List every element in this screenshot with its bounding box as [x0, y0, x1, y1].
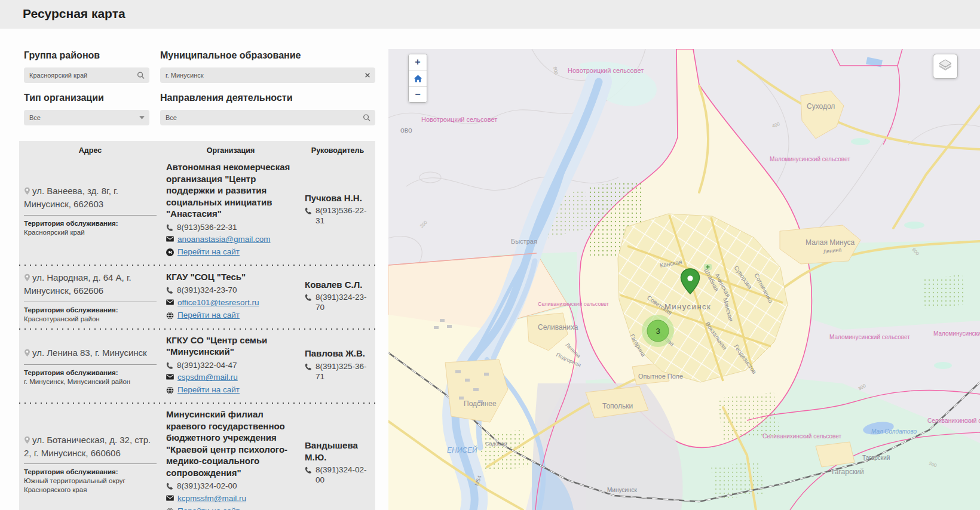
phone-icon	[166, 287, 173, 294]
municipality-value: г. Минусинск	[166, 72, 204, 79]
phone-icon	[305, 363, 312, 370]
email-icon	[166, 299, 174, 305]
table-row: ул. Ванеева, зд. 8г, г. Минусинск, 66260…	[19, 157, 375, 264]
org-phone: 8(391)324-23-70	[177, 285, 237, 296]
territory-label: Территория обслуживания:	[24, 306, 157, 315]
filters: Группа районов Красноярский край Муницип…	[24, 47, 375, 131]
site-link[interactable]: Перейти на сайт	[177, 385, 240, 395]
site-link[interactable]: Перейти на сайт	[177, 311, 240, 321]
organization-name: КГКУ СО "Центр семьи "Минусинский"	[166, 334, 295, 358]
territory-value: Краснотуранский район	[24, 315, 157, 324]
email-link[interactable]: kcpmssfm@mail.ru	[177, 494, 246, 504]
map-label: ЕНИСЕЙ	[447, 445, 477, 454]
table-header-row: Адрес Организация Руководитель	[19, 141, 375, 157]
head-name: Павлова Ж.В.	[305, 348, 370, 360]
zoom-out-button[interactable]: −	[409, 87, 427, 102]
map-label: Суходол	[807, 102, 835, 110]
address-cell: ул. Ленина 83, г. Минусинск Территория о…	[19, 330, 161, 403]
head-phone: 8(391)324-02-00	[316, 465, 370, 486]
column-header-organization: Организация	[161, 141, 300, 157]
map-pin-icon	[24, 186, 30, 198]
table-row: ул. Ботаническая, д. 32, стр. 2, г. Мину…	[19, 404, 375, 510]
map-pin-icon	[24, 348, 30, 360]
map-label: ово	[400, 126, 412, 134]
site-link[interactable]: Перейти на сайт	[177, 506, 240, 510]
map-label: Подсинее	[464, 400, 497, 408]
map-label: Селиванихинский сельсовет	[927, 417, 980, 424]
map[interactable]: Новотроицкий сельсоветНовотроицкий сельс…	[388, 49, 980, 510]
address-cell: ул. Народная, д. 64 А, г. Минусинск, 662…	[19, 266, 161, 327]
map-label: Опытное Поле	[638, 373, 683, 380]
cluster-count: 3	[656, 327, 660, 336]
layers-icon	[938, 59, 953, 74]
org-phone: 8(391)324-02-00	[177, 481, 237, 491]
globe-icon	[166, 508, 174, 510]
globe-icon	[166, 312, 174, 319]
territory-label: Территория обслуживания:	[24, 468, 157, 477]
organization-name: Минусинский филиал краевого государствен…	[166, 408, 295, 478]
home-icon	[414, 74, 422, 83]
app-header: Ресурсная карта	[0, 0, 980, 29]
email-icon	[166, 495, 174, 501]
head-name: Пучкова Н.Н.	[305, 192, 370, 204]
clear-icon[interactable]	[365, 72, 370, 78]
map-label: Садовая	[485, 441, 507, 447]
organization-name: КГАУ "СОЦ "Тесь"	[166, 271, 295, 283]
org-type-select[interactable]: Все	[24, 110, 149, 125]
map-label: Селиванихинский сельсовет	[538, 301, 609, 307]
organizations-table: Адрес Организация Руководитель ул. Ванее…	[19, 141, 375, 510]
head-cell: Вандышева М.Ю. 8(391)324-02-00	[300, 404, 375, 510]
map-label: Быстрая	[511, 238, 537, 245]
group-districts-input[interactable]: Красноярский край	[24, 67, 149, 83]
email-icon	[166, 236, 174, 242]
address-text: ул. Ботаническая, д. 32, стр. 2, г. Мину…	[24, 435, 151, 458]
map-label: Селиваниха	[538, 323, 578, 331]
search-icon[interactable]	[137, 72, 145, 79]
map-label: Селиванихинский сельсовет	[762, 433, 842, 440]
map-zoom-control: + −	[408, 54, 427, 103]
email-icon	[166, 374, 174, 380]
map-label: Маломинусинский сельсовет	[770, 156, 850, 162]
table-row: ул. Ленина 83, г. Минусинск Территория о…	[19, 330, 375, 403]
chevron-down-icon	[139, 116, 145, 119]
map-label: Топольки	[602, 402, 633, 410]
site-link[interactable]: Перейти на сайт	[177, 247, 240, 257]
search-icon[interactable]	[363, 114, 370, 122]
cluster-marker[interactable]: 3	[642, 315, 674, 347]
map-canvas[interactable]: Новотроицкий сельсоветНовотроицкий сельс…	[388, 49, 980, 510]
map-label: Минусинск	[607, 487, 637, 493]
email-link[interactable]: office101@tesresort.ru	[177, 298, 259, 308]
address-cell: ул. Ванеева, зд. 8г, г. Минусинск, 66260…	[19, 157, 161, 264]
head-name: Вандышева М.Ю.	[305, 440, 370, 463]
organization-cell: Минусинский филиал краевого государствен…	[161, 404, 300, 510]
map-label: Тагарский	[862, 454, 890, 461]
zoom-in-button[interactable]: +	[409, 54, 427, 70]
municipality-label: Муниципальное образование	[160, 50, 375, 61]
head-name: Ковалев С.Л.	[305, 279, 370, 291]
address-text: ул. Ленина 83, г. Минусинск	[32, 348, 147, 358]
phone-icon	[166, 362, 173, 369]
column-header-address: Адрес	[19, 141, 161, 157]
globe-icon	[166, 386, 174, 394]
email-link[interactable]: cspsdm@mail.ru	[177, 373, 238, 383]
head-phone: 8(913)536-22-31	[316, 206, 370, 226]
activity-label: Направления деятельности	[160, 93, 375, 103]
map-label: Малая Минуса	[806, 238, 855, 247]
org-type-value: Все	[29, 114, 41, 121]
home-button[interactable]	[409, 70, 427, 87]
territory-label: Территория обслуживания:	[24, 368, 157, 377]
head-cell: Пучкова Н.Н. 8(913)536-22-31	[300, 157, 375, 264]
organization-cell: КГАУ "СОЦ "Тесь" 8(391)324-23-70 office1…	[161, 266, 300, 327]
municipality-input[interactable]: г. Минусинск	[160, 67, 375, 83]
map-label: Маломинусинский	[933, 330, 980, 337]
map-label: Тагарский	[831, 468, 864, 476]
page-title: Ресурсная карта	[0, 0, 980, 21]
territory-value: Южный территориальный округ Красноряског…	[24, 477, 157, 494]
head-cell: Павлова Ж.В. 8(391)325-36-71	[300, 330, 375, 403]
layers-control[interactable]	[933, 54, 958, 79]
map-pin-icon	[24, 273, 30, 285]
activity-input[interactable]: Все	[160, 110, 375, 125]
map-pin-icon	[24, 435, 30, 447]
email-link[interactable]: anoanastasia@gmail.com	[177, 235, 271, 245]
map-label: Новотроицкий сельсовет	[421, 116, 497, 123]
